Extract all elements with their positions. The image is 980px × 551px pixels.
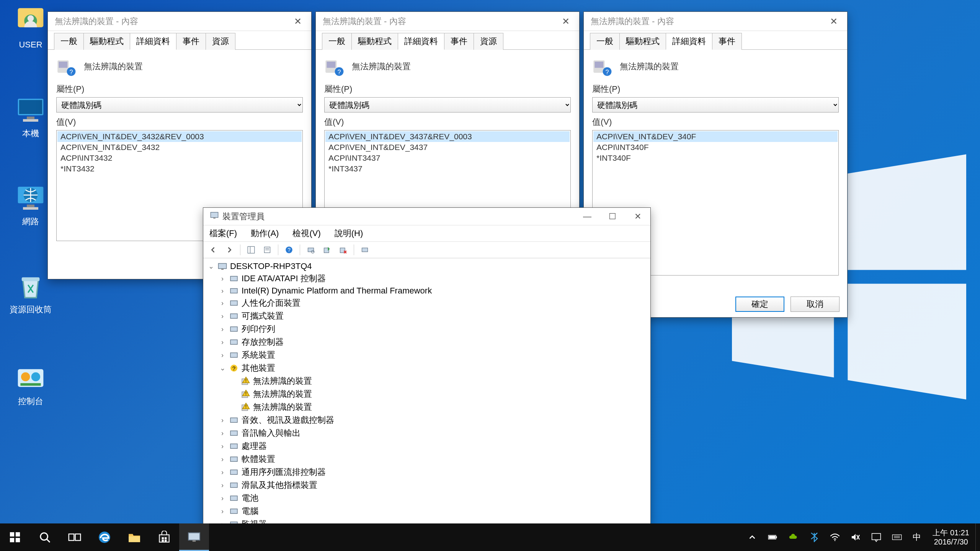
uninstall-icon[interactable] [336, 243, 350, 256]
list-item[interactable]: ACPI\INT3432 [57, 153, 302, 163]
tab-details[interactable]: 詳細資料 [398, 33, 444, 50]
nav-back-icon[interactable] [206, 243, 220, 256]
tree-category[interactable]: ›列印佇列 [207, 323, 647, 336]
tab-details[interactable]: 詳細資料 [666, 33, 712, 50]
maximize-icon[interactable]: ☐ [600, 208, 625, 225]
list-item[interactable]: ACPI\VEN_INT&DEV_3437 [325, 142, 570, 153]
tree-root[interactable]: ⌄ DESKTOP-RHP3TQ4 [207, 261, 647, 272]
tray-action-center-icon[interactable] [866, 523, 887, 551]
titlebar[interactable]: 無法辨識的裝置 - 內容 ✕ [48, 12, 311, 31]
tab-general[interactable]: 一般 [54, 33, 84, 50]
expand-icon[interactable]: › [219, 338, 226, 346]
ok-button[interactable]: 確定 [735, 297, 784, 312]
minimize-icon[interactable]: — [575, 208, 600, 225]
update-driver-icon[interactable] [320, 243, 334, 256]
tree-device-unknown[interactable]: !無法辨識的裝置 [207, 375, 647, 388]
expand-icon[interactable]: › [219, 351, 226, 359]
list-item[interactable]: ACPI\VEN_INT&DEV_3432 [57, 142, 302, 153]
show-desktop-button[interactable] [975, 523, 980, 551]
desktop-icon-recycle[interactable]: 資源回收筒 [8, 271, 54, 315]
tray-bluetooth-icon[interactable] [804, 523, 825, 551]
task-view-icon[interactable] [60, 523, 90, 551]
tree-category[interactable]: ›人性化介面裝置 [207, 297, 647, 310]
tree-device-unknown[interactable]: !無法辨識的裝置 [207, 401, 647, 414]
refresh-icon[interactable] [358, 243, 372, 256]
menu-file[interactable]: 檔案(F) [207, 226, 239, 241]
titlebar[interactable]: 無法辨識的裝置 - 內容 ✕ [316, 12, 579, 31]
taskbar-app-store[interactable] [149, 523, 179, 551]
tree-category[interactable]: ›處理器 [207, 440, 647, 453]
tab-events[interactable]: 事件 [444, 33, 474, 50]
taskbar-app-explorer[interactable] [119, 523, 149, 551]
expand-icon[interactable]: › [219, 429, 226, 437]
tree-category[interactable]: ›軟體裝置 [207, 453, 647, 466]
expand-icon[interactable]: › [219, 325, 226, 333]
menu-help[interactable]: 說明(H) [332, 226, 366, 241]
start-button[interactable] [0, 523, 30, 551]
cancel-button[interactable]: 取消 [791, 297, 840, 312]
help-icon[interactable]: ? [282, 243, 296, 256]
tree-category[interactable]: ›存放控制器 [207, 336, 647, 349]
tab-general[interactable]: 一般 [322, 33, 352, 50]
tab-driver[interactable]: 驅動程式 [619, 33, 666, 50]
search-icon[interactable] [30, 523, 60, 551]
tab-events[interactable]: 事件 [712, 33, 742, 50]
list-item[interactable]: ACPI\VEN_INT&DEV_3437&REV_0003 [325, 131, 570, 142]
expand-icon[interactable]: › [219, 481, 226, 489]
scan-hardware-icon[interactable] [304, 243, 318, 256]
tab-driver[interactable]: 驅動程式 [351, 33, 398, 50]
properties-icon[interactable] [260, 243, 274, 256]
tray-overflow-icon[interactable] [742, 523, 763, 551]
expand-icon[interactable]: › [219, 299, 226, 307]
expand-icon[interactable]: › [219, 442, 226, 450]
desktop-icon-network[interactable]: 網路 [8, 183, 54, 227]
taskbar-app-edge[interactable] [90, 523, 119, 551]
list-item[interactable]: *INT340F [593, 153, 838, 163]
collapse-icon[interactable]: ⌄ [219, 364, 226, 372]
taskbar-clock[interactable]: 上午 01:21 2016/7/30 [926, 528, 975, 546]
close-icon[interactable]: ✕ [284, 12, 311, 31]
expand-icon[interactable]: › [219, 507, 226, 515]
close-icon[interactable]: ✕ [820, 12, 847, 31]
expand-icon[interactable]: › [219, 455, 226, 463]
expand-icon[interactable]: › [219, 468, 226, 476]
tab-resources[interactable]: 資源 [206, 33, 235, 50]
close-icon[interactable]: ✕ [552, 12, 579, 31]
tree-category[interactable]: ›系統裝置 [207, 349, 647, 362]
tray-keyboard-icon[interactable] [887, 523, 907, 551]
tree-category-other[interactable]: ⌄ ? 其他裝置 [207, 362, 647, 375]
desktop-icon-user[interactable]: USER [8, 7, 54, 50]
tab-events[interactable]: 事件 [176, 33, 206, 50]
tab-resources[interactable]: 資源 [474, 33, 503, 50]
tree-category[interactable]: ›電池 [207, 492, 647, 505]
tray-ime-indicator[interactable]: 中 [907, 523, 926, 551]
tree-category[interactable]: ›IDE ATA/ATAPI 控制器 [207, 272, 647, 285]
expand-icon[interactable]: › [219, 287, 226, 295]
expand-icon[interactable]: › [219, 275, 226, 283]
list-item[interactable]: ACPI\VEN_INT&DEV_340F [593, 131, 838, 142]
menu-view[interactable]: 檢視(V) [290, 226, 323, 241]
property-select[interactable]: 硬體識別碼 [56, 97, 303, 112]
tree-category[interactable]: ›電腦 [207, 505, 647, 518]
expand-icon[interactable]: › [219, 416, 226, 424]
tray-onedrive-icon[interactable] [783, 523, 804, 551]
list-item[interactable]: ACPI\VEN_INT&DEV_3432&REV_0003 [57, 131, 302, 142]
expand-icon[interactable]: › [219, 494, 226, 502]
nav-forward-icon[interactable] [222, 243, 236, 256]
tree-category[interactable]: ›音訊輸入與輸出 [207, 427, 647, 440]
list-item[interactable]: *INT3437 [325, 163, 570, 174]
tab-driver[interactable]: 驅動程式 [83, 33, 130, 50]
tree-category[interactable]: ›Intel(R) Dynamic Platform and Thermal F… [207, 285, 647, 297]
expand-icon[interactable]: ⌄ [207, 262, 215, 271]
close-icon[interactable]: ✕ [625, 208, 650, 225]
tab-details[interactable]: 詳細資料 [130, 33, 176, 50]
tree-category[interactable]: ›音效、視訊及遊戲控制器 [207, 414, 647, 427]
tree-category[interactable]: ›滑鼠及其他指標裝置 [207, 479, 647, 492]
show-hide-tree-icon[interactable] [244, 243, 258, 256]
tray-volume-icon[interactable] [845, 523, 866, 551]
expand-icon[interactable]: › [219, 312, 226, 320]
tree-device-unknown[interactable]: !無法辨識的裝置 [207, 388, 647, 401]
property-select[interactable]: 硬體識別碼 [592, 97, 839, 112]
taskbar-app-device-manager[interactable] [179, 523, 209, 551]
list-item[interactable]: ACPI\INT340F [593, 142, 838, 153]
